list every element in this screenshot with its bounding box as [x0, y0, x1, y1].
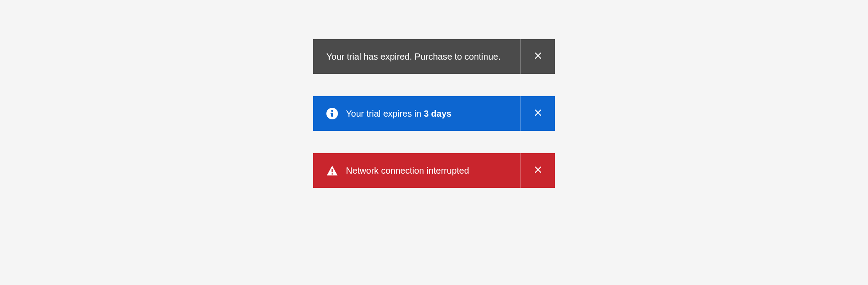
- alert-message-prefix: Your trial expires in: [346, 109, 424, 118]
- close-icon: [534, 166, 542, 175]
- close-icon: [534, 109, 542, 118]
- alert-bar-info: Your trial expires in 3 days: [313, 96, 555, 131]
- alert-message: Your trial expires in 3 days: [346, 109, 451, 119]
- svg-rect-5: [331, 113, 333, 114]
- alert-message: Your trial has expired. Purchase to cont…: [326, 52, 501, 62]
- alert-content: Network connection interrupted: [313, 153, 520, 188]
- close-button[interactable]: [520, 153, 555, 188]
- alert-message-bold: 3 days: [424, 109, 451, 118]
- alert-bar-negative: Network connection interrupted: [313, 153, 555, 188]
- alert-bar-neutral: Your trial has expired. Purchase to cont…: [313, 39, 555, 74]
- close-button[interactable]: [520, 39, 555, 74]
- alert-message: Network connection interrupted: [346, 166, 469, 176]
- close-icon: [534, 52, 542, 61]
- svg-point-9: [331, 173, 333, 175]
- info-icon: [326, 108, 338, 119]
- alert-content: Your trial expires in 3 days: [313, 96, 520, 131]
- svg-rect-8: [332, 169, 333, 172]
- svg-point-3: [331, 110, 333, 112]
- close-button[interactable]: [520, 96, 555, 131]
- alert-content: Your trial has expired. Purchase to cont…: [313, 39, 520, 74]
- alert-icon: [326, 165, 338, 176]
